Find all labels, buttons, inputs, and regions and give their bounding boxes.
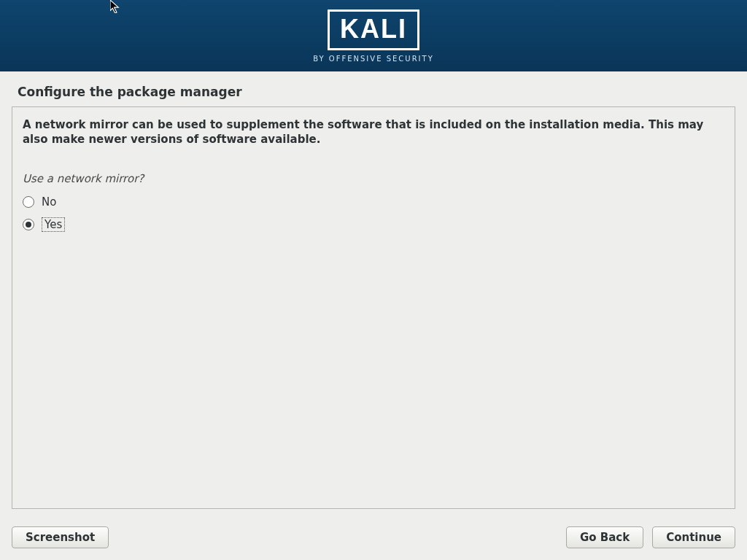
option-no-label: No	[42, 195, 56, 209]
kali-logo: KALI BY OFFENSIVE SECURITY	[313, 9, 434, 63]
continue-button[interactable]: Continue	[652, 526, 735, 548]
logo-subtitle: BY OFFENSIVE SECURITY	[313, 55, 434, 63]
description-text: A network mirror can be used to suppleme…	[23, 117, 724, 147]
go-back-button[interactable]: Go Back	[566, 526, 643, 548]
cursor-icon	[110, 0, 123, 13]
main-panel: A network mirror can be used to suppleme…	[12, 106, 735, 509]
banner: KALI BY OFFENSIVE SECURITY	[0, 0, 747, 71]
page-title: Configure the package manager	[18, 85, 729, 99]
option-no[interactable]: No	[23, 195, 724, 209]
svg-marker-0	[110, 0, 118, 13]
radio-icon[interactable]	[23, 196, 34, 208]
screenshot-button[interactable]: Screenshot	[12, 526, 109, 548]
option-yes-label: Yes	[42, 217, 65, 232]
question-text: Use a network mirror?	[23, 172, 724, 185]
logo-text: KALI	[340, 14, 407, 44]
option-yes[interactable]: Yes	[23, 217, 724, 232]
radio-icon[interactable]	[23, 219, 34, 230]
